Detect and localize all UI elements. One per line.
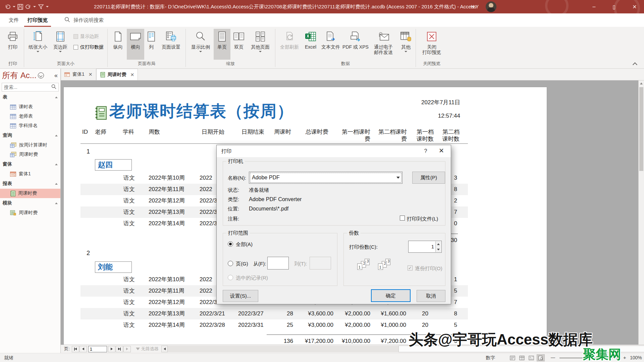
- more-pages-button[interactable]: 其他页面: [247, 29, 273, 60]
- nav-section-reports[interactable]: 报表: [0, 179, 60, 188]
- copies-spinner[interactable]: 1: [408, 241, 442, 253]
- close-button[interactable]: ✕: [626, 0, 643, 13]
- scroll-up-icon[interactable]: [640, 82, 643, 84]
- range-selection-radio[interactable]: [228, 275, 233, 280]
- setup-button[interactable]: 设置(S)...: [223, 290, 258, 302]
- nav-item-table-laoshibiao[interactable]: 老师表: [0, 112, 60, 121]
- report-view-icon[interactable]: [508, 354, 517, 361]
- range-pages-radio[interactable]: [228, 261, 233, 266]
- save-icon[interactable]: [17, 4, 23, 10]
- properties-button[interactable]: 属性(P): [412, 172, 445, 184]
- qat-customize-icon[interactable]: [46, 6, 49, 7]
- col-header-date-start: 日期开始: [202, 128, 224, 135]
- last-page-button[interactable]: [116, 346, 123, 352]
- nav-item-query-anzhou[interactable]: 按周计算课时: [0, 140, 60, 150]
- scrollbar-thumb[interactable]: [639, 87, 643, 171]
- dialog-close-button[interactable]: ✕: [435, 145, 448, 157]
- filter-icon[interactable]: [38, 4, 44, 9]
- first-page-button[interactable]: [72, 346, 79, 352]
- page-setup-button[interactable]: 页面设置: [158, 29, 184, 60]
- print-data-only-checkbox[interactable]: 仅打印数据: [73, 44, 104, 50]
- more-export-button[interactable]: 其他: [398, 29, 414, 60]
- nav-item-form-chuangti1[interactable]: 窗体1: [0, 169, 60, 179]
- tab-file[interactable]: 文件: [6, 13, 21, 27]
- printer-name-combobox[interactable]: Adobe PDF: [249, 172, 402, 184]
- shutter-bar-close-icon[interactable]: «: [54, 72, 58, 79]
- next-page-button[interactable]: [108, 346, 115, 352]
- nav-menu-icon[interactable]: [38, 72, 44, 78]
- nav-item-report-zhoukeshifei[interactable]: 周课时费: [0, 189, 60, 198]
- close-print-preview-button[interactable]: 关闭 打印预览: [418, 29, 446, 60]
- print-dialog-titlebar[interactable]: 打印: [217, 145, 451, 157]
- zoom-button[interactable]: 显示比例: [187, 29, 214, 60]
- ok-button[interactable]: 确定: [371, 289, 411, 302]
- nav-search-input[interactable]: [2, 84, 51, 90]
- zoom-in-button[interactable]: +: [623, 355, 626, 360]
- cancel-button[interactable]: 取消: [417, 290, 445, 302]
- columns-button[interactable]: 列: [144, 29, 158, 60]
- nav-section-forms[interactable]: 窗体: [0, 160, 60, 169]
- datasheet-view-icon[interactable]: [518, 354, 526, 361]
- to-page-input[interactable]: [310, 257, 331, 269]
- tab-print-preview[interactable]: 打印预览: [24, 13, 51, 27]
- paper-size-button[interactable]: 纸张大小: [26, 29, 50, 60]
- range-all-radio[interactable]: [228, 241, 233, 247]
- print-preview-view-icon[interactable]: [537, 354, 545, 361]
- show-margins-checkbox[interactable]: 显示边距: [73, 34, 104, 40]
- nav-pane-header[interactable]: 所有 Ac... «: [0, 69, 60, 81]
- nav-section-queries[interactable]: 查询: [0, 131, 60, 140]
- nav-item-table-keshibiao[interactable]: 课时表: [0, 102, 60, 112]
- email-button[interactable]: 通过电子 邮件发送: [369, 29, 398, 60]
- zoom-out-button[interactable]: —: [551, 355, 555, 360]
- nav-search-box[interactable]: [2, 83, 59, 92]
- spin-down-icon[interactable]: [435, 247, 441, 252]
- margins-button[interactable]: 页边距: [50, 29, 71, 60]
- close-tab-icon[interactable]: ✕: [129, 72, 135, 77]
- filter-status[interactable]: 无筛选器: [136, 346, 159, 352]
- restore-button[interactable]: ▯: [605, 0, 623, 13]
- prev-page-button[interactable]: [79, 346, 87, 352]
- layout-view-icon[interactable]: [527, 354, 535, 361]
- redo-dropdown-icon[interactable]: [33, 6, 36, 7]
- account-name[interactable]: H Y: [471, 0, 479, 13]
- dialog-help-button[interactable]: ?: [419, 145, 432, 157]
- export-pdf-button[interactable]: PDF 或 XPS: [342, 29, 369, 60]
- more-pages-icon: [255, 30, 266, 43]
- spin-up-icon[interactable]: [435, 241, 441, 247]
- scroll-left-icon[interactable]: [161, 346, 168, 352]
- close-tab-icon[interactable]: ✕: [87, 72, 93, 77]
- nav-item-query-zhoukeshifei[interactable]: 周课时费: [0, 150, 60, 159]
- nav-item-module-zhoukeshifei[interactable]: 周课时费: [0, 208, 60, 218]
- vertical-scrollbar[interactable]: [638, 80, 644, 345]
- one-page-button[interactable]: 单页: [214, 29, 230, 60]
- landscape-button[interactable]: 横向: [127, 29, 144, 60]
- nav-section-tables[interactable]: 表: [0, 93, 60, 102]
- portrait-button[interactable]: 纵向: [109, 29, 127, 60]
- nav-item-table-xuekepaiming[interactable]: 学科排名: [0, 121, 60, 130]
- tab-form1[interactable]: 窗体1 ✕: [61, 69, 96, 80]
- range-pages-label: 页(G): [236, 261, 248, 267]
- zoom-percentage[interactable]: 100%: [630, 355, 642, 360]
- print-to-file-checkbox[interactable]: [400, 216, 405, 221]
- export-text-button[interactable]: 文本文件: [319, 29, 342, 60]
- collate-pages-icon: 3 2 1: [357, 259, 375, 274]
- undo-icon[interactable]: [5, 4, 11, 9]
- redo-icon[interactable]: [25, 4, 31, 9]
- export-excel-button[interactable]: X Excel: [302, 29, 319, 60]
- from-page-input[interactable]: [267, 257, 289, 269]
- tab-weekly-fee-report[interactable]: 周课时费 ✕: [96, 69, 138, 80]
- chevron-down-icon[interactable]: [394, 172, 402, 183]
- new-page-button[interactable]: [123, 346, 131, 352]
- two-pages-button[interactable]: 双页: [230, 29, 247, 60]
- avatar[interactable]: [486, 1, 496, 12]
- undo-dropdown-icon[interactable]: [13, 6, 15, 7]
- minimize-button[interactable]: –: [585, 0, 603, 13]
- nav-section-modules[interactable]: 模块: [0, 199, 60, 207]
- search-icon[interactable]: [51, 84, 58, 90]
- refresh-all-button[interactable]: 全部刷新: [277, 29, 302, 60]
- collate-checkbox[interactable]: ✓: [408, 265, 413, 270]
- tell-me-search[interactable]: 操作说明搜索: [64, 13, 104, 27]
- print-button[interactable]: 打印: [3, 29, 22, 60]
- page-number-input[interactable]: [88, 346, 107, 352]
- collapse-ribbon-icon[interactable]: [633, 62, 637, 66]
